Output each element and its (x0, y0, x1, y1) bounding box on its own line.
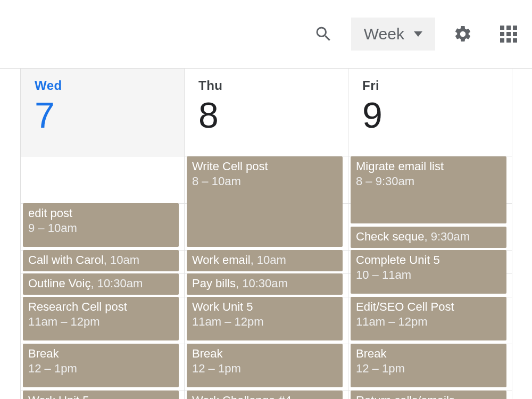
event-time: 10am (251, 253, 286, 267)
event-title: Break (356, 347, 386, 360)
event-title: Complete Unit 5 (356, 253, 440, 267)
day-header[interactable]: Fri 9 (348, 69, 512, 156)
event-title: Write Cell post (192, 160, 268, 173)
day-of-week: Thu (198, 78, 334, 93)
event-title: edit post (28, 206, 72, 220)
event-title: Call with Carol (28, 253, 104, 267)
calendar-event[interactable]: Check seque9:30am (351, 227, 506, 248)
event-title: Edit/SEO Cell Post (356, 300, 454, 313)
right-gutter (512, 69, 532, 399)
event-time: 10am (104, 253, 139, 267)
event-time: 11am – 12pm (192, 314, 337, 329)
calendar-event[interactable]: Outline Voiç10:30am (23, 273, 179, 295)
day-number: 9 (362, 95, 498, 135)
event-title: Work Unit 5 (28, 394, 89, 399)
day-number: 8 (198, 95, 334, 135)
calendar-event[interactable]: Work Unit 5 (23, 390, 179, 399)
calendar-event[interactable]: edit post9 – 10am (23, 203, 179, 247)
day-column: Fri 9 Migrate email list8 – 9:30amCheck … (348, 69, 512, 399)
event-title: Work Challenge #4 (192, 394, 292, 399)
event-time: 10:30am (90, 277, 143, 290)
day-slots[interactable]: Write Cell post8 – 10amWork email10amPay… (185, 156, 348, 399)
event-time: 11am – 12pm (28, 314, 173, 329)
calendar-event[interactable]: Work Unit 511am – 12pm (187, 297, 343, 340)
search-icon[interactable] (311, 21, 336, 47)
event-title: Pay bills (192, 277, 236, 290)
event-time: 12 – 1pm (192, 361, 337, 376)
calendar-event[interactable]: Break12 – 1pm (187, 344, 343, 387)
event-time: 12 – 1pm (28, 361, 173, 376)
day-slots[interactable]: edit post9 – 10amCall with Carol10amOutl… (21, 156, 184, 399)
event-title: Work email (192, 253, 251, 267)
calendar-event[interactable]: Migrate email list8 – 9:30am (351, 156, 506, 223)
event-title: Return calls/emails (356, 394, 455, 399)
event-time: 10 – 11am (356, 268, 501, 282)
event-time: 11am – 12pm (356, 314, 501, 329)
left-gutter (0, 69, 20, 399)
event-time: 8 – 10am (192, 174, 337, 189)
day-of-week: Fri (362, 78, 498, 93)
day-slots[interactable]: Migrate email list8 – 9:30amCheck seque9… (348, 156, 512, 399)
calendar-event[interactable]: Complete Unit 510 – 11am (351, 250, 506, 294)
calendar-event[interactable]: Write Cell post8 – 10am (187, 156, 343, 247)
event-title: Work Unit 5 (192, 300, 253, 313)
chevron-down-icon (414, 31, 422, 37)
calendar-event[interactable]: Work email10am (187, 250, 343, 271)
event-title: Break (192, 347, 222, 360)
event-title: Migrate email list (356, 160, 444, 173)
day-column: Thu 8 Write Cell post8 – 10amWork email1… (184, 69, 348, 399)
apps-icon[interactable] (496, 21, 521, 47)
event-title: Check seque (356, 230, 424, 243)
event-time: 9:30am (424, 230, 470, 243)
view-selector-label: Week (364, 25, 404, 43)
calendar-event[interactable]: Return calls/emails (351, 390, 506, 399)
calendar-event[interactable]: Break12 – 1pm (23, 344, 179, 387)
day-header[interactable]: Thu 8 (185, 69, 348, 156)
event-time: 8 – 9:30am (356, 174, 501, 189)
day-number: 7 (35, 95, 170, 135)
gear-icon[interactable] (450, 21, 476, 47)
day-header[interactable]: Wed 7 (21, 69, 184, 156)
calendar-event[interactable]: Call with Carol10am (23, 250, 179, 271)
day-column: Wed 7 edit post9 – 10amCall with Carol10… (20, 69, 184, 399)
calendar-event[interactable]: Edit/SEO Cell Post11am – 12pm (351, 297, 506, 340)
day-of-week: Wed (35, 78, 170, 93)
calendar-event[interactable]: Research Cell post11am – 12pm (23, 297, 179, 340)
event-time: 12 – 1pm (356, 361, 501, 376)
calendar-event[interactable]: Work Challenge #4 (187, 390, 343, 399)
calendar-grid: Wed 7 edit post9 – 10amCall with Carol10… (0, 68, 532, 399)
calendar-event[interactable]: Pay bills10:30am (187, 273, 343, 295)
calendar-event[interactable]: Break12 – 1pm (351, 344, 506, 387)
event-title: Outline Voiç (28, 277, 90, 290)
event-time: 10:30am (236, 277, 288, 290)
event-time: 9 – 10am (28, 221, 173, 236)
view-selector[interactable]: Week (351, 18, 435, 51)
event-title: Research Cell post (28, 300, 127, 313)
toolbar: Week (0, 0, 532, 68)
event-title: Break (28, 347, 59, 360)
